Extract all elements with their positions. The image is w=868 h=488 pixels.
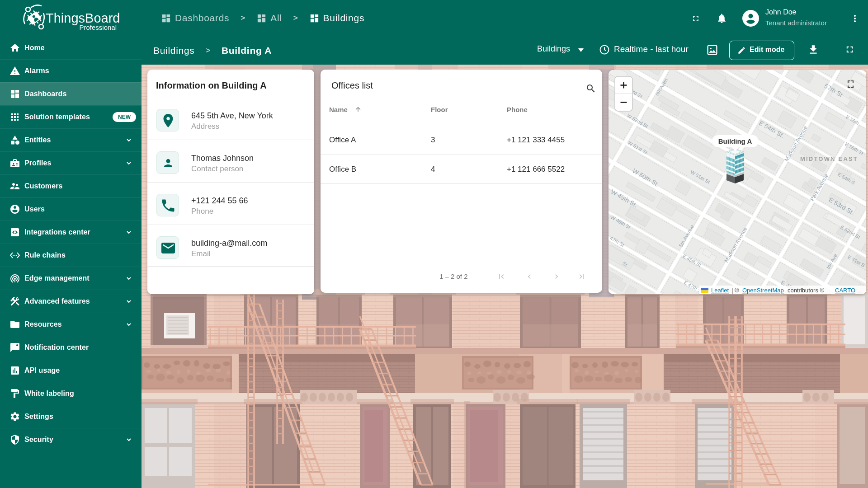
svg-text:Leaflet: Leaflet xyxy=(711,287,729,294)
svg-text:MIDTOWN EAST: MIDTOWN EAST xyxy=(800,155,858,162)
svg-text:CARTO: CARTO xyxy=(835,287,855,294)
svg-text:Professional: Professional xyxy=(79,23,117,31)
svg-text:| ©: | © xyxy=(731,287,739,294)
svg-text:contributors ©: contributors © xyxy=(788,287,825,294)
svg-text:OpenStreetMap: OpenStreetMap xyxy=(742,287,784,294)
svg-text:Building A: Building A xyxy=(718,137,752,145)
